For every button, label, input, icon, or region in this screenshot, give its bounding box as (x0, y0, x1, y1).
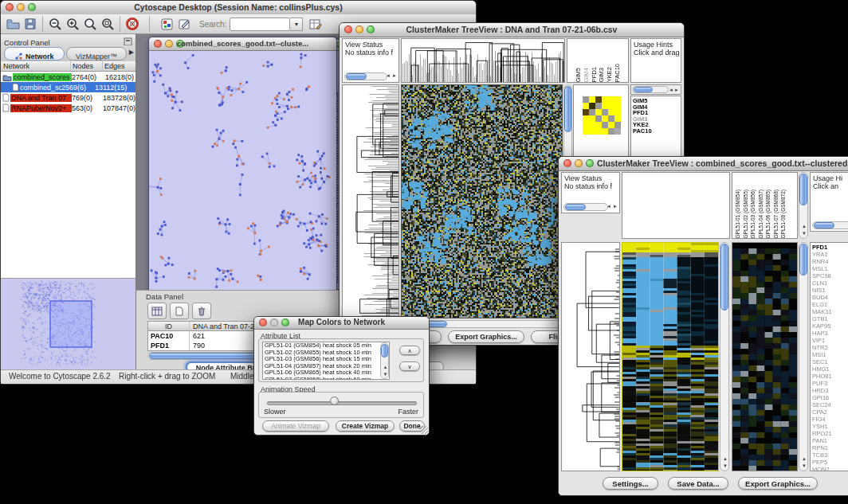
view-status-hscroll[interactable] (563, 203, 608, 211)
gene-14[interactable]: VIP1 (811, 337, 848, 344)
scroll-down-icon[interactable]: ▼ (383, 370, 388, 378)
row-dendrogram-canvas[interactable] (562, 243, 619, 471)
network-frame[interactable]: combined_scores_good.txt--cluste... (148, 37, 337, 290)
tab-network[interactable]: Network (4, 47, 65, 61)
gene-5[interactable]: SPC98 (811, 272, 848, 279)
move-down-button[interactable]: ∨ (399, 361, 420, 371)
scroll-right-icon[interactable]: ► (392, 72, 397, 80)
column-labels-vscroll[interactable]: ▲ ▼ (799, 172, 808, 239)
settings-button[interactable]: Settings... (603, 477, 658, 490)
attribute-select-icon[interactable] (147, 303, 167, 319)
usage-hscroll[interactable] (812, 221, 848, 229)
gene-13[interactable]: HAP3 (811, 330, 848, 337)
zoom-fit-icon[interactable] (100, 17, 116, 32)
genelist-hscroll[interactable] (632, 86, 669, 93)
gene-3[interactable]: RNR4 (811, 258, 848, 265)
main-titlebar[interactable]: Cytoscape Desktop (Session Name: collins… (1, 1, 476, 15)
tab-overflow-button[interactable]: ▶ (129, 49, 134, 56)
save-session-icon[interactable] (22, 17, 38, 32)
genelist-vscroll[interactable]: ▲ ▼ (799, 242, 808, 471)
resize-grip[interactable] (420, 426, 428, 434)
attribute-editor-icon[interactable] (308, 17, 324, 32)
similarity-matrix-canvas[interactable] (583, 96, 621, 135)
save-data-button[interactable]: Save Data... (668, 477, 728, 490)
gene-22[interactable]: GPI16 (811, 394, 848, 401)
gene-26[interactable]: YSH1 (811, 423, 848, 430)
delete-attribute-icon[interactable] (192, 303, 211, 319)
open-session-icon[interactable] (5, 17, 21, 32)
export-graphics-button[interactable]: Export Graphics... (448, 330, 524, 343)
gene-23[interactable]: SEC24 (811, 401, 848, 408)
network-row-1[interactable]: combined_scores 2764(0) 16218(0) (1, 72, 135, 82)
gene-4[interactable]: MSL1 (811, 265, 848, 272)
column-dendrogram-area[interactable] (622, 172, 730, 239)
scroll-down-icon[interactable]: ▼ (802, 229, 807, 237)
network-row-3[interactable]: DNA and Tran 07 769(0) 183728(0) (1, 92, 135, 103)
speed-slider-track[interactable] (267, 401, 417, 405)
zoom-in-icon[interactable] (65, 17, 80, 32)
col-network[interactable]: Network (1, 61, 71, 72)
gene-21[interactable]: HRD3 (811, 387, 848, 394)
scroll-down-icon[interactable]: ▼ (802, 462, 807, 470)
col-nodes[interactable]: Nodes (71, 61, 103, 72)
row-dendrogram-canvas[interactable] (343, 85, 398, 318)
birdseye-view[interactable] (1, 278, 135, 370)
gene-19[interactable]: PHO81 (811, 373, 848, 380)
dialog-titlebar[interactable]: Map Colors to Network (254, 317, 429, 330)
gene-label-6[interactable]: PAC10 (631, 128, 681, 135)
network-row-4[interactable]: RNAPuberNov2+ 563(0) 107847(0) (1, 103, 135, 113)
summary-heatmap-canvas[interactable] (732, 243, 797, 471)
gene-27[interactable]: RPO21 (811, 430, 848, 437)
search-dropdown[interactable]: ▼ (290, 18, 303, 31)
gene-16[interactable]: MSI1 (811, 351, 848, 358)
heatmap-canvas[interactable] (402, 85, 562, 318)
treeview-combined-titlebar[interactable]: ClusterMaker TreeView : combined_scores_… (559, 157, 848, 171)
gene-9[interactable]: ELG1 (811, 301, 848, 308)
birdseye-canvas[interactable] (1, 279, 135, 370)
treeview-dna-titlebar[interactable]: ClusterMaker TreeView : DNA and Tran 07-… (340, 23, 684, 37)
scroll-left-icon[interactable]: ◄ (669, 86, 673, 94)
search-input[interactable] (230, 18, 290, 31)
zoom-selected-icon[interactable] (82, 17, 98, 32)
network-view-canvas[interactable] (149, 51, 335, 290)
gene-1[interactable]: PFD1 (811, 244, 848, 251)
export-graphics-button[interactable]: Export Graphics... (738, 477, 818, 490)
help-icon[interactable] (124, 17, 140, 32)
scroll-down-icon[interactable]: ▼ (723, 462, 728, 470)
speed-slider-thumb[interactable] (330, 397, 339, 405)
heatmap-vscroll[interactable]: ▲ ▼ (720, 242, 729, 471)
gene-25[interactable]: FIG4 (811, 416, 848, 423)
move-up-button[interactable]: ∧ (399, 346, 420, 355)
scroll-right-icon[interactable]: ► (613, 202, 618, 210)
gene-32[interactable]: MON2 (811, 466, 848, 471)
zoom-out-icon[interactable] (47, 17, 63, 32)
gene-30[interactable]: TCB3 (811, 451, 848, 459)
view-status-hscroll[interactable] (344, 72, 387, 80)
gene-11[interactable]: GTB1 (811, 315, 848, 322)
gene-15[interactable]: NTR2 (811, 344, 848, 351)
scroll-left-icon[interactable]: ◄ (386, 72, 391, 80)
gene-7[interactable]: NIS1 (811, 287, 848, 294)
annotation-icon[interactable] (176, 17, 192, 32)
create-vizmap-button[interactable]: Create Vizmap (336, 420, 395, 432)
new-attribute-icon[interactable] (170, 303, 189, 319)
data-col-id[interactable]: ID (148, 322, 190, 331)
overlay-icon[interactable] (159, 17, 175, 32)
gene-28[interactable]: PAN1 (811, 437, 848, 444)
animate-vizmap-button[interactable]: Animate Vizmap (262, 420, 329, 432)
gene-12[interactable]: KAP95 (811, 322, 848, 330)
scroll-right-icon[interactable]: ► (674, 86, 679, 94)
attribute-list-vscroll[interactable]: ▲ ▼ (380, 342, 389, 379)
gene-18[interactable]: HMG1 (811, 365, 848, 373)
gene-17[interactable]: SEC1 (811, 358, 848, 365)
column-dendrogram-canvas[interactable] (402, 39, 564, 82)
gene-2[interactable]: YRA1 (811, 251, 848, 258)
scroll-left-icon[interactable]: ◄ (607, 202, 611, 210)
attribute-item-6[interactable]: GPL51-07 (GSM868) heat shock 60 min (263, 377, 389, 380)
tab-vizmapper[interactable]: VizMapper™ (66, 47, 127, 61)
gene-31[interactable]: PEP5 (811, 459, 848, 466)
gene-8[interactable]: BUD4 (811, 294, 848, 301)
network-row-2-selected[interactable]: combined_sco 2569(6) 13112(15) (1, 82, 135, 92)
gene-10[interactable]: MAK31 (811, 308, 848, 315)
gene-24[interactable]: CPA2 (811, 408, 848, 416)
